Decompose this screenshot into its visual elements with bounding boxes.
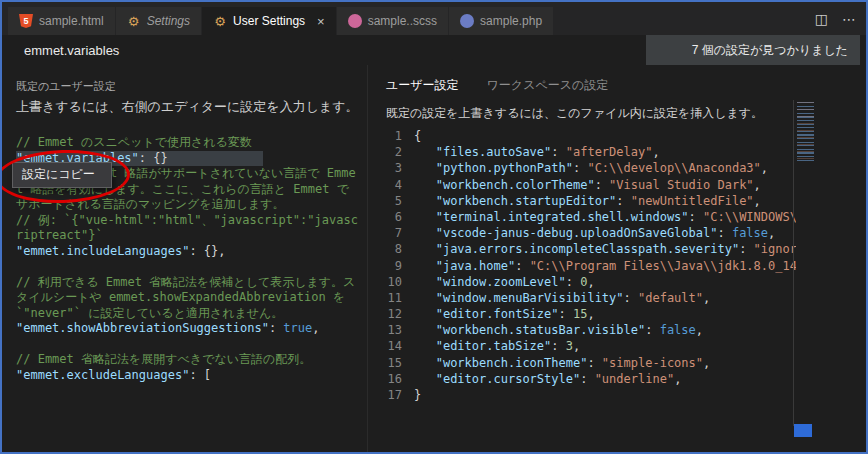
code-token: "ignore": [754, 242, 796, 256]
code-line[interactable]: "window.zoomLevel": 0,: [414, 274, 796, 290]
code-line[interactable]: "editor.fontSize": 15,: [414, 306, 796, 322]
code-token: "Visual Studio Dark": [609, 178, 754, 192]
code-token: "afterDelay": [566, 145, 653, 159]
context-menu-item-copy-to-settings[interactable]: 設定にコピー: [13, 163, 111, 187]
code-token: [414, 339, 436, 353]
line-number: 11: [376, 290, 402, 306]
code-token: "emmet.showAbbreviationSuggestions": [16, 321, 269, 335]
code-line[interactable]: }: [414, 387, 796, 403]
default-settings-panel: 既定のユーザー設定 上書きするには、右側のエディターに設定を入力します。 // …: [2, 65, 368, 452]
line-number: 6: [376, 209, 402, 225]
code-token: ,: [761, 161, 768, 175]
line-number: 9: [376, 258, 402, 274]
code-token: true: [283, 321, 312, 335]
close-icon[interactable]: ×: [317, 14, 325, 29]
code-token: false: [660, 323, 696, 337]
code-token: :: [616, 194, 630, 208]
search-results-count: 7 個の設定が見つかりました: [646, 35, 860, 65]
code-token: "emmet.excludeLanguages": [16, 368, 189, 382]
code-token: :: [580, 372, 594, 386]
code-token: : {},: [189, 244, 225, 258]
code-token: "C:\\develop\\Anaconda3": [587, 161, 760, 175]
code-token: :: [269, 321, 283, 335]
code-token: :: [515, 259, 529, 273]
tab-workspace-settings[interactable]: ワークスペースの設定: [487, 77, 609, 94]
code-token: [414, 145, 436, 159]
comment-line: // 例: `{"vue-html":"html"、"javascript":"…: [16, 213, 359, 244]
code-token: [414, 178, 436, 192]
code-line[interactable]: "java.errors.incompleteClasspath.severit…: [414, 241, 796, 257]
code-token: ,: [312, 321, 319, 335]
minimap[interactable]: [793, 100, 816, 426]
line-number: 16: [376, 371, 402, 387]
code-line[interactable]: "workbench.startupEditor": "newUntitledF…: [414, 193, 796, 209]
code-token: :: [645, 323, 659, 337]
tab-user-settings-editor[interactable]: ⚙ User Settings ×: [202, 7, 336, 35]
code-token: "default": [638, 291, 703, 305]
editor-actions: ◫ ⋯: [815, 11, 856, 27]
line-number: 13: [376, 322, 402, 338]
line-number: 17: [376, 387, 402, 403]
code-token: ,: [652, 145, 659, 159]
code-token: "editor.tabSize": [436, 339, 552, 353]
settings-json-code[interactable]: { "files.autoSave": "afterDelay", "pytho…: [414, 128, 796, 403]
code-token: "files.autoSave": [436, 145, 552, 159]
code-line[interactable]: {: [414, 128, 796, 144]
line-number: 5: [376, 193, 402, 209]
code-token: ,: [703, 356, 710, 370]
code-token: :: [739, 242, 753, 256]
code-token: "java.errors.incompleteClasspath.severit…: [436, 242, 739, 256]
code-line[interactable]: "vscode-janus-debug.uploadOnSaveGlobal":…: [414, 225, 796, 241]
code-token: "window.zoomLevel": [436, 275, 566, 289]
code-token: {: [414, 129, 421, 143]
comment-line: // Emmet のスニペットで使用される変数: [16, 135, 359, 151]
code-token: "workbench.iconTheme": [436, 356, 588, 370]
code-token: "underline": [595, 372, 674, 386]
more-actions-icon[interactable]: ⋯: [842, 11, 856, 27]
code-token: 3: [566, 339, 573, 353]
settings-editor-split: 既定のユーザー設定 上書きするには、右側のエディターに設定を入力します。 // …: [2, 65, 866, 452]
tab-user-settings[interactable]: ユーザー設定: [386, 77, 459, 94]
code-token: "emmet.includeLanguages": [16, 244, 189, 258]
code-token: [414, 356, 436, 370]
vscode-window: 5 sample.html ⚙ Settings ⚙ User Settings…: [0, 0, 868, 454]
tab-sample-html[interactable]: 5 sample.html: [8, 7, 115, 35]
code-token: : {}: [139, 151, 168, 165]
code-line[interactable]: "files.autoSave": "afterDelay",: [414, 144, 796, 160]
tab-sample-php[interactable]: sample.php: [449, 7, 553, 35]
user-settings-panel: ユーザー設定 ワークスペースの設定 既定の設定を上書きするには、このファイル内に…: [368, 65, 866, 452]
code-line[interactable]: "python.pythonPath": "C:\\develop\\Anaco…: [414, 160, 796, 176]
split-editor-icon[interactable]: ◫: [815, 11, 828, 27]
code-line[interactable]: "editor.tabSize": 3,: [414, 338, 796, 354]
code-line[interactable]: "workbench.colorTheme": "Visual Studio D…: [414, 177, 796, 193]
code-line[interactable]: "editor.cursorStyle": "underline",: [414, 371, 796, 387]
code-token: "C:\\Program Files\\Java\\jdk1.8.0_144": [530, 259, 796, 273]
code-token: false: [732, 226, 768, 240]
minimap-content: [797, 102, 814, 162]
code-line[interactable]: "java.home": "C:\\Program Files\\Java\\j…: [414, 258, 796, 274]
code-token: "terminal.integrated.shell.windows": [436, 210, 689, 224]
code-token: ,: [696, 323, 703, 337]
line-number: 7: [376, 225, 402, 241]
code-token: "vscode-janus-debug.uploadOnSaveGlobal": [436, 226, 718, 240]
code-token: ,: [754, 178, 761, 192]
code-line: [16, 259, 359, 275]
code-token: :: [717, 226, 731, 240]
tab-settings[interactable]: ⚙ Settings: [116, 7, 201, 35]
tab-sample-scss[interactable]: sample..scss: [337, 7, 448, 35]
context-menu: 設定にコピー: [12, 162, 112, 188]
code-line[interactable]: "terminal.integrated.shell.windows": "C:…: [414, 209, 796, 225]
line-number: 3: [376, 160, 402, 176]
code-line[interactable]: "window.menuBarVisibility": "default",: [414, 290, 796, 306]
settings-search-input[interactable]: emmet.variables: [24, 43, 646, 58]
tab-bar: 5 sample.html ⚙ Settings ⚙ User Settings…: [2, 2, 866, 35]
code-token: [414, 194, 436, 208]
code-token: :: [689, 210, 703, 224]
code-line[interactable]: "workbench.statusBar.visible": false,: [414, 322, 796, 338]
code-token: [414, 161, 436, 175]
tab-label: Settings: [147, 14, 190, 28]
code-token: ,: [768, 226, 775, 240]
line-number: 2: [376, 144, 402, 160]
settings-scope-tabs: ユーザー設定 ワークスペースの設定: [386, 77, 866, 94]
code-line[interactable]: "workbench.iconTheme": "simple-icons",: [414, 355, 796, 371]
